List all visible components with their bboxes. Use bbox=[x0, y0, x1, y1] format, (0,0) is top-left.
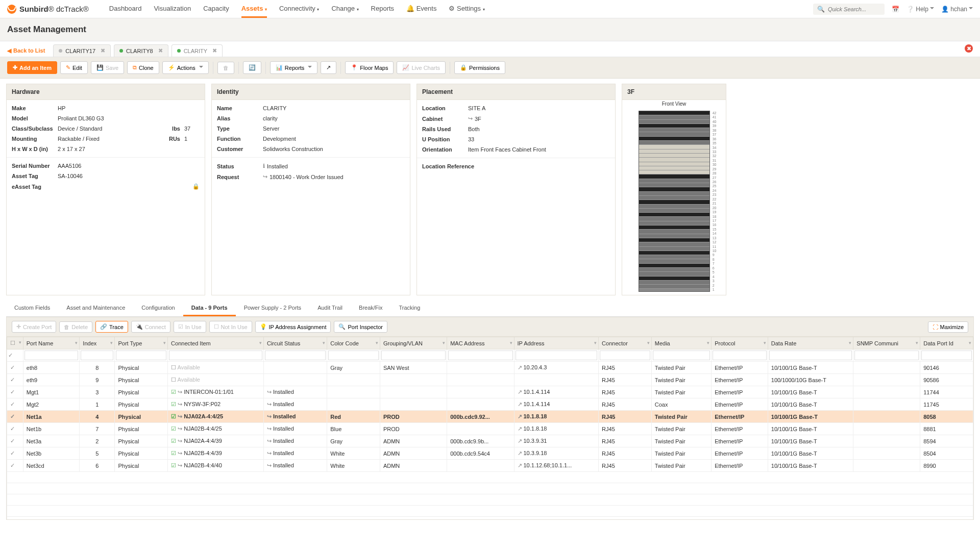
connect-button: 🔌Connect bbox=[131, 321, 170, 333]
table-row[interactable]: ✓eth99Physical☐ AvailableRJ45Twisted Pai… bbox=[7, 374, 973, 386]
col-header[interactable]: Connected Item▾ bbox=[168, 337, 264, 349]
help-menu[interactable]: ❔ Help bbox=[906, 6, 934, 13]
filter-input[interactable] bbox=[713, 350, 767, 360]
filter-input[interactable] bbox=[600, 350, 650, 360]
doc-tab-CLARITY[interactable]: CLARITY✖ bbox=[172, 44, 223, 57]
create-port-button: ✚Create Port bbox=[12, 321, 56, 333]
permissions-button[interactable]: 🔒Permissions bbox=[454, 61, 505, 74]
nav-connectivity[interactable]: Connectivity ▾ bbox=[279, 1, 319, 18]
table-row[interactable]: ✓Net3a2Physical☑ ↪NJA02A-4:4/39↪Installe… bbox=[7, 435, 973, 447]
page-title: Asset Management bbox=[0, 18, 980, 41]
delete-port-button: 🗑Delete bbox=[59, 321, 92, 333]
user-menu[interactable]: 👤 hchan bbox=[941, 6, 973, 13]
table-row[interactable]: ✓eth88Physical☐ AvailableGraySAN West↗10… bbox=[7, 362, 973, 374]
filter-input[interactable] bbox=[516, 350, 598, 360]
filter-input[interactable] bbox=[854, 350, 919, 360]
not-in-use-button: ☐Not In Use bbox=[209, 321, 252, 333]
goto-cabinet-icon[interactable]: ↪ bbox=[468, 115, 473, 122]
filter-input[interactable] bbox=[24, 350, 79, 360]
col-header[interactable]: Color Code▾ bbox=[327, 337, 380, 349]
edit-button[interactable]: ✎Edit bbox=[60, 61, 88, 74]
ports-grid[interactable]: ☐▾Port Name▾Index▾Port Type▾Connected It… bbox=[7, 337, 973, 520]
subtab-0[interactable]: Custom Fields bbox=[6, 300, 58, 316]
subtab-7[interactable]: Tracking bbox=[391, 300, 429, 316]
close-tab-icon[interactable]: ✖ bbox=[158, 47, 163, 54]
filter-input[interactable] bbox=[116, 350, 166, 360]
close-tab-icon[interactable]: ✖ bbox=[212, 47, 217, 54]
quick-search[interactable]: 🔍 bbox=[813, 4, 885, 15]
col-header[interactable]: Circuit Status▾ bbox=[263, 337, 327, 349]
col-header[interactable]: Data Port Id▾ bbox=[920, 337, 973, 349]
col-header[interactable]: Protocol▾ bbox=[712, 337, 768, 349]
search-input[interactable] bbox=[828, 6, 880, 12]
info-icon: ℹ bbox=[263, 163, 265, 169]
subtab-4[interactable]: Power Supply - 2 Ports bbox=[236, 300, 310, 316]
table-row[interactable]: ✓Mgt21Physical☑ ↪NYSW-3F:P02↪Installed↗1… bbox=[7, 398, 973, 411]
filter-input[interactable] bbox=[328, 350, 379, 360]
col-header[interactable]: MAC Address▾ bbox=[447, 337, 514, 349]
subtab-3[interactable]: Data - 9 Ports bbox=[183, 300, 236, 316]
close-help-icon[interactable]: ✖ bbox=[965, 44, 973, 53]
lock-icon: 🔒 bbox=[192, 183, 200, 190]
filter-input[interactable] bbox=[169, 350, 262, 360]
nav-events[interactable]: 🔔 Events bbox=[406, 1, 436, 18]
col-header[interactable]: Index▾ bbox=[80, 337, 115, 349]
filter-input[interactable] bbox=[381, 350, 446, 360]
filter-input[interactable] bbox=[81, 350, 113, 360]
share-button[interactable]: ↗ bbox=[321, 61, 336, 74]
table-row[interactable]: ✓Net1b7Physical☑ ↪NJA02B-4:4/25↪Installe… bbox=[7, 423, 973, 435]
sunbird-icon bbox=[7, 5, 16, 14]
logo: Sunbird® dcTrack® bbox=[7, 5, 89, 14]
col-header[interactable]: Connector▾ bbox=[599, 337, 652, 349]
back-to-list[interactable]: ◀ Back to List bbox=[7, 47, 45, 54]
maximize-button[interactable]: ⛶Maximize bbox=[928, 321, 968, 333]
col-header[interactable]: Grouping/VLAN▾ bbox=[380, 337, 447, 349]
subtab-2[interactable]: Configuration bbox=[133, 300, 183, 316]
link-icon[interactable]: ↪ bbox=[263, 173, 267, 180]
nav-dashboard[interactable]: Dashboard bbox=[109, 1, 142, 18]
port-inspector-button[interactable]: 🔍Port Inspector bbox=[334, 321, 387, 333]
subtab-1[interactable]: Asset and Maintenance bbox=[58, 300, 133, 316]
table-row[interactable]: ✓Mgt13Physical☑ ↪INTERCON-01:1/01↪Instal… bbox=[7, 386, 973, 398]
doc-tab-CLARITY8[interactable]: CLARITY8✖ bbox=[114, 44, 168, 57]
col-header[interactable]: Port Name▾ bbox=[23, 337, 80, 349]
table-row[interactable]: ✓Net3cd6Physical☑ ↪NJA02B-4:4/40↪Install… bbox=[7, 460, 973, 472]
identity-panel: Identity NameCLARITY Aliasclarity TypeSe… bbox=[211, 84, 410, 295]
floor-maps-button[interactable]: 📍Floor Maps bbox=[345, 61, 394, 74]
refresh-button[interactable]: 🔄 bbox=[243, 61, 261, 74]
clone-button[interactable]: ⧉Clone bbox=[127, 61, 159, 74]
doc-tab-CLARITY17[interactable]: CLARITY17✖ bbox=[53, 44, 111, 57]
calendar-icon[interactable]: 📅 bbox=[892, 6, 899, 13]
nav-settings[interactable]: ⚙ Settings ▾ bbox=[449, 1, 484, 18]
nav-assets[interactable]: Assets ▾ bbox=[241, 1, 267, 18]
search-icon: 🔍 bbox=[817, 6, 825, 13]
add-item-button[interactable]: ✚Add an Item bbox=[7, 61, 57, 74]
col-header[interactable]: Data Rate▾ bbox=[768, 337, 853, 349]
table-row[interactable]: ✓Net1a4Physical☑ ↪NJA02A-4:4/25↪Installe… bbox=[7, 411, 973, 423]
filter-input[interactable] bbox=[265, 350, 326, 360]
filter-input[interactable] bbox=[921, 350, 972, 360]
col-header[interactable]: Media▾ bbox=[651, 337, 711, 349]
nav-change[interactable]: Change ▾ bbox=[331, 1, 358, 18]
table-row[interactable]: ✓Net3b5Physical☑ ↪NJA02B-4:4/39↪Installe… bbox=[7, 447, 973, 460]
hardware-panel: Hardware MakeHP ModelProliant DL360 G3 C… bbox=[6, 84, 205, 295]
actions-menu[interactable]: ⚡Actions bbox=[162, 61, 209, 74]
col-header[interactable]: SNMP Communi▾ bbox=[853, 337, 920, 349]
rack-panel: 3F Front View 42414039383736353433323130… bbox=[622, 84, 726, 295]
reports-menu[interactable]: 📊Reports bbox=[270, 61, 318, 74]
subtab-6[interactable]: Break/Fix bbox=[351, 300, 390, 316]
trace-button[interactable]: 🔗Trace bbox=[95, 321, 128, 333]
nav-visualization[interactable]: Visualization bbox=[154, 1, 191, 18]
rack-elevation[interactable]: 4241403938373635343332313029282726252423… bbox=[639, 111, 710, 292]
ip-assignment-button[interactable]: 💡IP Address Assignment bbox=[255, 321, 331, 333]
filter-input[interactable] bbox=[653, 350, 710, 360]
filter-input[interactable] bbox=[769, 350, 852, 360]
subtab-5[interactable]: Audit Trail bbox=[309, 300, 351, 316]
close-tab-icon[interactable]: ✖ bbox=[101, 47, 105, 54]
col-header[interactable]: IP Address▾ bbox=[514, 337, 599, 349]
col-header[interactable]: ☐▾ bbox=[7, 337, 23, 349]
nav-capacity[interactable]: Capacity bbox=[203, 1, 229, 18]
filter-input[interactable] bbox=[448, 350, 512, 360]
nav-reports[interactable]: Reports bbox=[371, 1, 395, 18]
col-header[interactable]: Port Type▾ bbox=[115, 337, 168, 349]
